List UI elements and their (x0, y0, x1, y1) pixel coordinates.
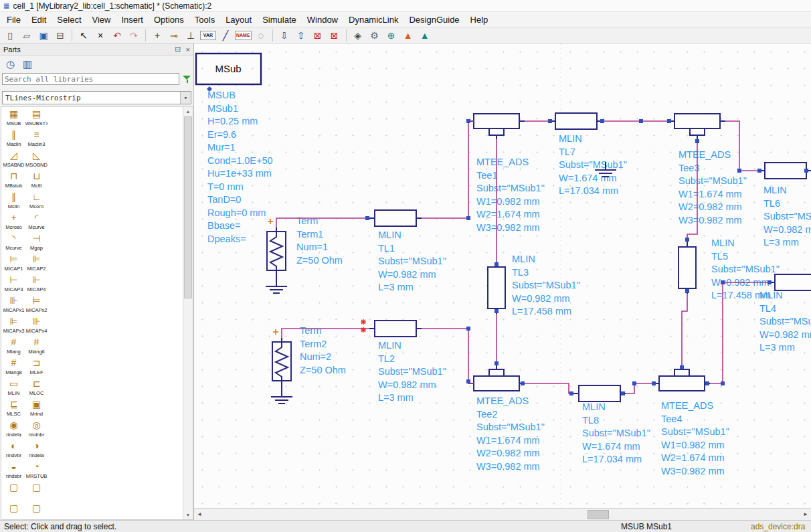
scrollbar-thumb[interactable] (184, 116, 192, 298)
wire[interactable] (276, 218, 369, 228)
optimize-icon[interactable]: ▲ (418, 29, 432, 42)
part-item-MICAP4[interactable]: ⊩MICAP4 (25, 274, 48, 294)
tl1-symbol[interactable] (375, 210, 416, 226)
simulate-gear-icon[interactable]: ⚙ (367, 29, 382, 42)
part-item-Maclin[interactable]: ∥Maclin (3, 128, 25, 149)
pointer-icon[interactable]: ↖ (76, 29, 91, 42)
part-item-Mcroso[interactable]: +Mcroso (3, 211, 25, 232)
menu-window[interactable]: Window (302, 13, 343, 26)
wire-node[interactable] (548, 119, 552, 123)
wire-node[interactable] (494, 262, 499, 266)
tee4-symbol[interactable] (659, 376, 705, 391)
wire[interactable] (525, 383, 573, 393)
tune-icon[interactable]: ▲ (401, 29, 416, 42)
wire-node[interactable] (466, 327, 470, 331)
scrollbar-thumb[interactable] (588, 510, 609, 519)
wire-node[interactable] (685, 238, 689, 242)
part-item-Mcorn[interactable]: ∟Mcorn (25, 191, 48, 211)
tee1-symbol[interactable] (474, 114, 519, 128)
part-item-Mlang[interactable]: #Mlang (3, 336, 25, 357)
move-icon[interactable]: + (150, 29, 165, 42)
wire[interactable] (282, 329, 369, 338)
tl8-symbol[interactable] (579, 385, 620, 402)
filter-icon[interactable] (183, 76, 191, 83)
delete-icon[interactable]: × (93, 29, 108, 42)
part-item-blank[interactable]: ▢ (25, 481, 48, 502)
tl2-symbol[interactable] (375, 321, 416, 337)
deactivate-part-icon[interactable]: ⊠ (327, 29, 342, 42)
menu-simulate[interactable]: Simulate (257, 13, 302, 26)
tl3-symbol[interactable] (488, 267, 505, 308)
part-item-Mlang8[interactable]: #Mlang8 (3, 357, 25, 377)
wire-node[interactable] (680, 365, 684, 369)
wire-node[interactable] (494, 361, 499, 365)
open-icon[interactable]: ▱ (19, 29, 34, 42)
part-item-Mcfil[interactable]: ⊔Mcfil (25, 170, 48, 191)
parts-scrollbar[interactable]: ▲ ▼ (183, 107, 193, 519)
wire-node[interactable] (768, 280, 772, 284)
push-hierarchy-icon[interactable]: ⇩ (277, 29, 292, 42)
part-item-MICAPx1[interactable]: ⊪MICAPx1 (3, 294, 25, 315)
save-icon[interactable]: ▣ (36, 29, 51, 42)
wire-node[interactable] (667, 119, 671, 123)
chevron-down-icon[interactable]: ▾ (180, 92, 191, 104)
part-item-rindnbr[interactable]: ◎rindnbr (25, 419, 48, 440)
wire-node[interactable] (639, 119, 643, 123)
library-browser-icon[interactable]: ▥ (23, 58, 32, 70)
menu-options[interactable]: Options (149, 13, 189, 26)
wire-node[interactable] (466, 379, 470, 383)
undo-icon[interactable]: ↶ (110, 29, 124, 42)
wire[interactable] (422, 121, 474, 218)
part-item-Mrind[interactable]: ▣Mrind (25, 398, 48, 419)
close-icon[interactable]: × (186, 46, 190, 54)
wire-node[interactable] (652, 381, 656, 385)
print-icon[interactable]: ⊟ (53, 29, 68, 42)
menu-tools[interactable]: Tools (189, 13, 220, 26)
part-item-MICAP1[interactable]: ⊨MICAP1 (3, 253, 25, 274)
wire-node[interactable] (685, 289, 689, 293)
wire-node[interactable] (621, 391, 625, 395)
scroll-down-icon[interactable]: ▼ (183, 511, 193, 519)
part-item-MLOC[interactable]: ⊏MLOC (25, 377, 48, 398)
menu-dynamiclink[interactable]: DynamicLink (343, 13, 403, 26)
wire-node[interactable] (632, 381, 636, 385)
pin-icon[interactable]: ⊡ (175, 45, 181, 54)
history-icon[interactable]: ◷ (6, 58, 15, 70)
part-item-rindela[interactable]: ◉rindela (3, 419, 25, 440)
wire-node[interactable] (721, 280, 725, 284)
part-item-MICAPx2[interactable]: ⊨MICAPx2 (25, 294, 48, 315)
search-input[interactable] (2, 73, 179, 85)
wire-node[interactable] (569, 391, 573, 395)
part-item-MBstub[interactable]: ⊓MBstub (3, 170, 25, 191)
menu-edit[interactable]: Edit (26, 13, 52, 26)
wire-node[interactable] (494, 309, 499, 313)
part-item-MLEF[interactable]: ⊐MLEF (25, 357, 48, 377)
part-item-blank[interactable]: ▢ (3, 481, 25, 502)
part-item-MRSTUB[interactable]: ◔MRSTUB (25, 460, 48, 481)
scroll-right-icon[interactable]: ► (800, 509, 811, 519)
part-item-Maclin3[interactable]: ≡Maclin3 (25, 128, 48, 149)
wire[interactable] (626, 383, 654, 393)
wire-node[interactable] (365, 216, 369, 220)
menu-insert[interactable]: Insert (116, 13, 149, 26)
part-item-MSUB[interactable]: ▦MSUB (3, 108, 25, 128)
redo-icon[interactable]: ↷ (126, 29, 141, 42)
part-item-Mclin[interactable]: ∥Mclin (3, 191, 25, 211)
wire-node[interactable] (737, 169, 741, 173)
part-item-MSUBST3[interactable]: ▤MSUBST3 (25, 108, 48, 128)
deactivate-icon[interactable]: ⊠ (310, 29, 325, 42)
wire-node[interactable] (466, 216, 470, 220)
wire[interactable] (682, 294, 687, 365)
wire-node[interactable] (521, 381, 525, 385)
wire-node[interactable] (804, 169, 808, 173)
part-item-MICAPx4[interactable]: ⊪MICAPx4 (25, 315, 48, 336)
schematic-canvas[interactable]: TermTerm1Num=1Z=50 OhmTermTerm2Num=2Z=50… (194, 43, 811, 509)
part-item-MSOBND[interactable]: ◺MSOBND (25, 149, 48, 170)
port-icon[interactable]: ⊸ (167, 29, 181, 42)
tl5-symbol[interactable] (679, 247, 696, 288)
horizontal-scrollbar[interactable]: ◄ ► (194, 508, 811, 520)
tee3-symbol[interactable] (674, 114, 720, 128)
part-item-MICAPx3[interactable]: ⊫MICAPx3 (3, 315, 25, 336)
pop-hierarchy-icon[interactable]: ⇧ (294, 29, 308, 42)
name-icon[interactable]: NAME (235, 31, 252, 40)
